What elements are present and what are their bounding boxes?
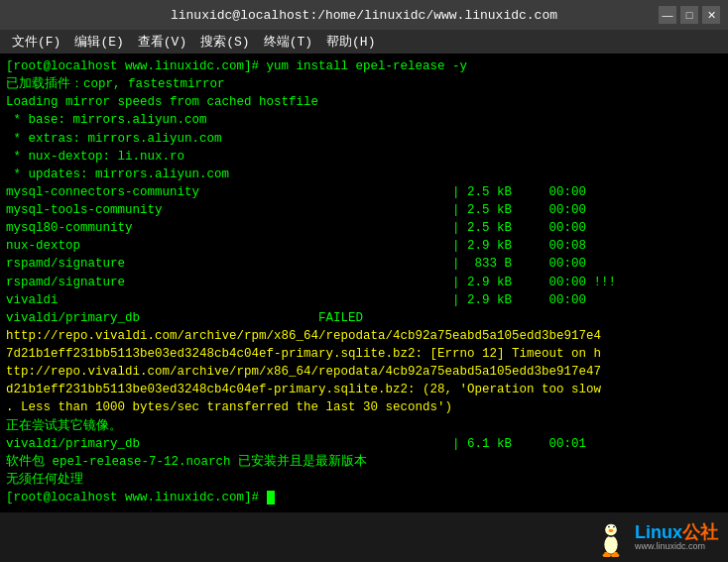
svg-point-8 — [609, 529, 614, 532]
terminal-line: * updates: mirrors.aliyun.com — [6, 166, 722, 183]
title-bar: linuxidc@localhost:/home/linuxidc/www.li… — [0, 0, 728, 30]
terminal-line: ttp://repo.vivaldi.com/archive/rpm/x86_6… — [6, 363, 722, 381]
terminal-line: d21b1eff231bb5113be03ed3248cb4c04ef-prim… — [6, 381, 722, 398]
svg-point-6 — [608, 526, 610, 528]
menu-item[interactable]: 查看(V) — [132, 32, 192, 52]
terminal-line: http://repo.vivaldi.com/archive/rpm/x86_… — [6, 327, 722, 345]
penguin-icon — [591, 517, 631, 557]
menu-item[interactable]: 终端(T) — [258, 32, 318, 52]
terminal-line: [root@localhost www.linuxidc.com]# yum i… — [6, 57, 722, 75]
terminal-line: mysql-connectors-community | 2.5 kB 00:0… — [6, 183, 722, 201]
menu-item[interactable]: 搜索(S) — [194, 32, 255, 52]
terminal-output[interactable]: [root@localhost www.linuxidc.com]# yum i… — [0, 54, 728, 512]
terminal-line: mysql-tools-community | 2.5 kB 00:00 — [6, 201, 722, 219]
linux-url: www.linuxidc.com — [635, 541, 705, 551]
terminal-line: 7d21b1eff231bb5113be03ed3248cb4c04ef-pri… — [6, 345, 722, 363]
svg-point-1 — [604, 535, 617, 553]
terminal-line: vivaldi/primary_db | 6.1 kB 00:01 — [6, 435, 722, 453]
window-title: linuxidc@localhost:/home/linuxidc/www.li… — [69, 8, 659, 23]
terminal-line: * nux-dextop: li.nux.ro — [6, 148, 722, 166]
terminal-line: vivaldi/primary_db FAILED — [6, 309, 722, 327]
window-controls: — □ ✕ — [659, 6, 728, 24]
terminal-line: rspamd/signature | 833 B 00:00 — [6, 255, 722, 273]
terminal-line: 正在尝试其它镜像。 — [6, 417, 722, 435]
linux-brand: Linux公社 — [635, 523, 718, 541]
menu-item[interactable]: 编辑(E) — [68, 32, 129, 52]
menu-item[interactable]: 文件(F) — [6, 32, 66, 52]
terminal-line: 无须任何处理 — [6, 471, 722, 489]
terminal-line: vivaldi | 2.9 kB 00:00 — [6, 291, 722, 309]
menu-bar: 文件(F)编辑(E)查看(V)搜索(S)终端(T)帮助(H) — [0, 30, 728, 54]
close-button[interactable]: ✕ — [702, 6, 720, 24]
terminal-line: mysql80-community | 2.5 kB 00:00 — [6, 219, 722, 237]
maximize-button[interactable]: □ — [680, 6, 698, 24]
terminal-line: . Less than 1000 bytes/sec transferred t… — [6, 398, 722, 416]
bottom-bar: Linux公社 www.linuxidc.com — [0, 512, 728, 562]
logo-area: Linux公社 www.linuxidc.com — [591, 517, 718, 557]
svg-point-7 — [613, 526, 615, 528]
terminal-line: * base: mirrors.aliyun.com — [6, 111, 722, 129]
terminal-line: Loading mirror speeds from cached hostfi… — [6, 93, 722, 111]
terminal-line: nux-dextop | 2.9 kB 00:08 — [6, 237, 722, 255]
svg-rect-11 — [604, 552, 608, 556]
terminal-line: [root@localhost www.linuxidc.com]# — [6, 489, 722, 506]
svg-rect-12 — [614, 552, 618, 556]
terminal-line: 已加载插件：copr, fastestmirror — [6, 75, 722, 93]
terminal-window: linuxidc@localhost:/home/linuxidc/www.li… — [0, 0, 728, 562]
menu-item[interactable]: 帮助(H) — [320, 32, 381, 52]
terminal-line: * extras: mirrors.aliyun.com — [6, 130, 722, 148]
terminal-line: rspamd/signature | 2.9 kB 00:00 !!! — [6, 274, 722, 291]
logo-text: Linux公社 www.linuxidc.com — [635, 523, 718, 551]
terminal-line: 软件包 epel-release-7-12.noarch 已安装并且是最新版本 — [6, 453, 722, 471]
minimize-button[interactable]: — — [659, 6, 676, 24]
